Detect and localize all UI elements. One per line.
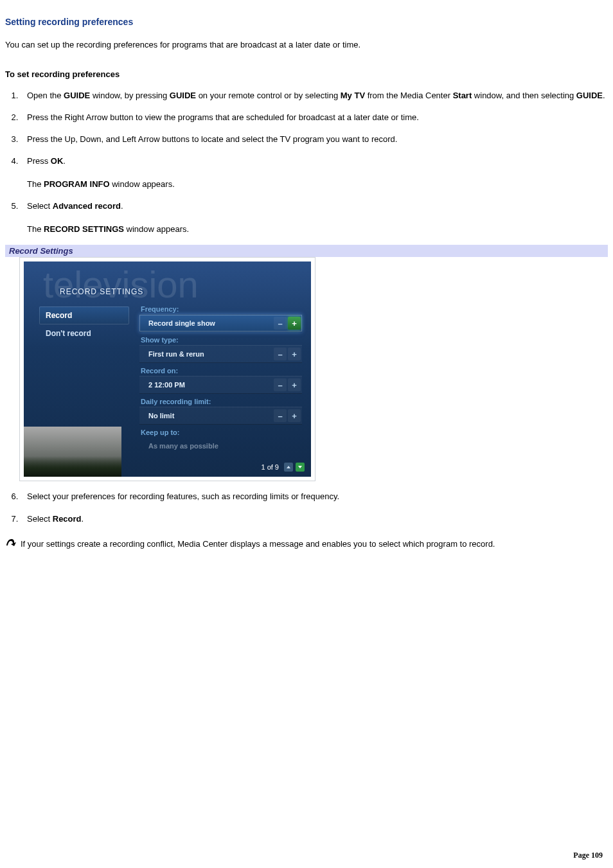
video-preview xyxy=(24,427,121,477)
setting-value: 2 12:00 PM xyxy=(139,381,274,389)
procedure-list-cont: Select your preferences for recording fe… xyxy=(21,490,608,525)
setting-row-recordon[interactable]: 2 12:00 PM – + xyxy=(139,376,302,394)
page-up-button[interactable] xyxy=(284,463,293,472)
minus-button[interactable]: – xyxy=(274,378,287,391)
setting-label-recordon: Record on: xyxy=(141,367,302,375)
chevron-down-icon xyxy=(298,465,303,470)
watermark-text: television xyxy=(43,263,199,306)
page-down-button[interactable] xyxy=(296,463,305,472)
record-settings-window: television RECORD SETTINGS Record Don't … xyxy=(24,261,311,477)
minus-button[interactable]: – xyxy=(274,317,287,330)
setting-label-keepupto: Keep up to: xyxy=(141,429,302,436)
setting-value: No limit xyxy=(139,412,274,420)
pager: 1 of 9 xyxy=(261,463,305,472)
side-item-dont-record[interactable]: Don't record xyxy=(39,324,129,342)
note-text: If your settings create a recording conf… xyxy=(21,538,495,548)
chevron-up-icon xyxy=(286,465,291,470)
procedure-heading: To set recording preferences xyxy=(5,69,608,79)
step-1: Open the GUIDE window, by pressing GUIDE… xyxy=(21,89,608,102)
setting-value: First run & rerun xyxy=(139,350,274,358)
setting-row-dailylimit[interactable]: No limit – + xyxy=(139,407,302,425)
note-icon xyxy=(5,537,18,551)
setting-label-showtype: Show type: xyxy=(141,336,302,344)
window-title: RECORD SETTINGS xyxy=(60,287,143,296)
step-7: Select Record. xyxy=(21,513,608,526)
screenshot-caption: Record Settings xyxy=(5,245,608,257)
step-4: Press OK. The PROGRAM INFO window appear… xyxy=(21,155,608,191)
screenshot: television RECORD SETTINGS Record Don't … xyxy=(19,257,315,481)
note: If your settings create a recording conf… xyxy=(5,537,608,551)
intro-text: You can set up the recording preferences… xyxy=(5,39,608,51)
plus-button[interactable]: + xyxy=(288,378,301,391)
setting-label-frequency: Frequency: xyxy=(141,305,302,313)
pager-text: 1 of 9 xyxy=(261,463,279,471)
procedure-list: Open the GUIDE window, by pressing GUIDE… xyxy=(21,89,608,236)
setting-label-dailylimit: Daily recording limit: xyxy=(141,398,302,405)
setting-row-frequency[interactable]: Record single show – + xyxy=(139,314,302,332)
page-title: Setting recording preferences xyxy=(5,17,608,27)
plus-button[interactable]: + xyxy=(288,409,301,422)
step-5: Select Advanced record. The RECORD SETTI… xyxy=(21,200,608,236)
settings-column: Frequency: Record single show – + Show t… xyxy=(139,303,302,458)
step-6: Select your preferences for recording fe… xyxy=(21,490,608,503)
plus-button[interactable]: + xyxy=(288,317,301,330)
setting-row-keepupto[interactable]: As many as possible xyxy=(139,438,302,454)
side-list: Record Don't record xyxy=(39,306,129,342)
step-2: Press the Right Arrow button to view the… xyxy=(21,111,608,124)
setting-value: Record single show xyxy=(139,319,274,327)
side-item-record[interactable]: Record xyxy=(39,306,129,324)
setting-value: As many as possible xyxy=(139,442,302,450)
setting-row-showtype[interactable]: First run & rerun – + xyxy=(139,345,302,363)
plus-button[interactable]: + xyxy=(288,348,301,360)
step-3: Press the Up, Down, and Left Arrow butto… xyxy=(21,133,608,146)
minus-button[interactable]: – xyxy=(274,348,287,360)
minus-button[interactable]: – xyxy=(274,409,287,422)
